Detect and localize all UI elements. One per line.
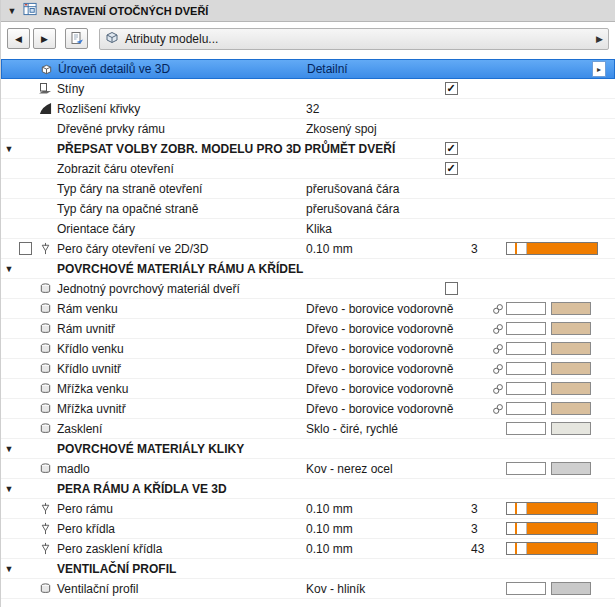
collapse-triangle-icon[interactable]: ▼ bbox=[1, 264, 17, 274]
param-row[interactable]: ZaskleníSklo - čiré, rychlé bbox=[1, 419, 615, 439]
material-swatch[interactable] bbox=[506, 342, 546, 355]
param-value[interactable]: 0.10 mm bbox=[306, 522, 439, 536]
param-row[interactable]: Rám uvnitřDřevo - borovice vodorovně bbox=[1, 319, 615, 339]
param-value[interactable]: 0.10 mm bbox=[306, 542, 439, 556]
transfer-settings-button[interactable] bbox=[65, 28, 88, 49]
param-value[interactable]: Kov - hliník bbox=[306, 582, 439, 596]
collapse-triangle-icon[interactable]: ▼ bbox=[1, 444, 17, 454]
material-swatch[interactable] bbox=[551, 422, 591, 435]
collapse-triangle-icon[interactable]: ▼ bbox=[7, 6, 17, 16]
param-row[interactable]: Rozlišení křivky32 bbox=[1, 99, 615, 119]
checkbox[interactable] bbox=[445, 282, 458, 295]
param-value[interactable]: přerušovaná čára bbox=[306, 202, 439, 216]
material-swatch[interactable] bbox=[551, 302, 591, 315]
checkbox[interactable]: ✓ bbox=[445, 142, 458, 155]
param-label: Křídlo uvnitř bbox=[57, 362, 306, 376]
param-row[interactable]: Křídlo uvnitřDřevo - borovice vodorovně bbox=[1, 359, 615, 379]
param-value[interactable]: Dřevo - borovice vodorovně bbox=[306, 342, 439, 356]
material-swatch[interactable] bbox=[551, 322, 591, 335]
pen-color-swatch[interactable] bbox=[506, 502, 598, 515]
param-value[interactable]: Dřevo - borovice vodorovně bbox=[306, 362, 439, 376]
material-swatch[interactable] bbox=[551, 342, 591, 355]
param-row[interactable]: Mřížka uvnitřDřevo - borovice vodorovně bbox=[1, 399, 615, 419]
section-row[interactable]: ▼PERA RÁMU A KŘÍDLA VE 3D bbox=[1, 479, 615, 499]
param-value[interactable]: 32 bbox=[306, 102, 439, 116]
param-label: Typ čáry na straně otevření bbox=[57, 182, 306, 196]
section-row[interactable]: ▼POVRCHOVÉ MATERIÁLY KLIKY bbox=[1, 439, 615, 459]
param-row[interactable]: Úroveň detailů ve 3DDetailní▸ bbox=[1, 59, 615, 79]
model-attributes-banner[interactable]: Atributy modelu... ▶ bbox=[99, 28, 609, 50]
collapse-triangle-icon[interactable]: ▼ bbox=[1, 144, 17, 154]
param-value[interactable]: přerušovaná čára bbox=[306, 182, 439, 196]
right-arrow-icon[interactable]: ▶ bbox=[596, 34, 603, 44]
material-swatch[interactable] bbox=[551, 402, 591, 415]
param-row[interactable]: Typ čáry na straně otevřenípřerušovaná č… bbox=[1, 179, 615, 199]
section-row[interactable]: ▼PŘEPSAT VOLBY ZOBR. MODELU PRO 3D PRŮMĚ… bbox=[1, 139, 615, 159]
param-row[interactable]: Pero křídla0.10 mm3 bbox=[1, 519, 615, 539]
param-value[interactable]: Kov - nerez ocel bbox=[306, 462, 439, 476]
param-row[interactable]: Mřížka venkuDřevo - borovice vodorovně bbox=[1, 379, 615, 399]
param-row[interactable]: Pero zasklení křídla0.10 mm43 bbox=[1, 539, 615, 559]
checkbox[interactable]: ✓ bbox=[445, 82, 458, 95]
param-row[interactable]: madloKov - nerez ocel bbox=[1, 459, 615, 479]
attribute-link-icon[interactable] bbox=[489, 323, 506, 335]
material-swatch[interactable] bbox=[551, 382, 591, 395]
attribute-link-icon[interactable] bbox=[489, 383, 506, 395]
param-row[interactable]: Stíny✓ bbox=[1, 79, 615, 99]
collapse-triangle-icon[interactable]: ▼ bbox=[1, 484, 17, 494]
checkbox[interactable] bbox=[19, 242, 32, 255]
material-swatch[interactable] bbox=[506, 362, 546, 375]
material-swatch[interactable] bbox=[506, 402, 546, 415]
param-row[interactable]: Dřevěné prvky rámuZkosený spoj bbox=[1, 119, 615, 139]
section-row[interactable]: ▼VENTILAČNÍ PROFIL bbox=[1, 559, 615, 579]
param-value[interactable]: 0.10 mm bbox=[306, 502, 439, 516]
param-row[interactable]: Pero rámu0.10 mm3 bbox=[1, 499, 615, 519]
pen-number[interactable]: 3 bbox=[463, 522, 489, 536]
param-value[interactable]: Dřevo - borovice vodorovně bbox=[306, 302, 439, 316]
collapse-triangle-icon[interactable]: ▼ bbox=[1, 564, 17, 574]
param-value[interactable]: Dřevo - borovice vodorovně bbox=[306, 322, 439, 336]
material-swatch[interactable] bbox=[551, 362, 591, 375]
panel-header[interactable]: ▼ NASTAVENÍ OTOČNÝCH DVEŘÍ bbox=[1, 0, 615, 22]
section-row[interactable]: ▼POVRCHOVÉ MATERIÁLY RÁMU A KŘÍDEL bbox=[1, 259, 615, 279]
value-dropdown-button[interactable]: ▸ bbox=[592, 61, 606, 77]
param-row[interactable]: Typ čáry na opačné straněpřerušovaná čár… bbox=[1, 199, 615, 219]
pen-color-fill bbox=[527, 543, 597, 554]
checkbox[interactable]: ✓ bbox=[445, 162, 458, 175]
material-swatch[interactable] bbox=[506, 322, 546, 335]
material-swatch[interactable] bbox=[506, 302, 546, 315]
pen-color-swatch[interactable] bbox=[506, 542, 598, 555]
pen-color-swatch[interactable] bbox=[506, 522, 598, 535]
param-row[interactable]: Zobrazit čáru otevření✓ bbox=[1, 159, 615, 179]
param-value[interactable]: Dřevo - borovice vodorovně bbox=[306, 382, 439, 396]
pen-number[interactable]: 3 bbox=[463, 242, 489, 256]
material-swatch[interactable] bbox=[506, 462, 546, 475]
param-value[interactable]: Sklo - čiré, rychlé bbox=[306, 422, 439, 436]
previous-button[interactable]: ◀ bbox=[7, 28, 30, 49]
pen-number[interactable]: 43 bbox=[463, 542, 489, 556]
param-row[interactable]: Orientace čáryKlika bbox=[1, 219, 615, 239]
param-row[interactable]: Jednotný povrchový materiál dveří bbox=[1, 279, 615, 299]
material-swatch[interactable] bbox=[506, 422, 546, 435]
param-row[interactable]: Křídlo venkuDřevo - borovice vodorovně bbox=[1, 339, 615, 359]
material-swatch[interactable] bbox=[551, 462, 591, 475]
attribute-link-icon[interactable] bbox=[489, 343, 506, 355]
param-value[interactable]: Zkosený spoj bbox=[306, 122, 439, 136]
pen-color-swatch[interactable] bbox=[506, 242, 598, 255]
param-value[interactable]: Klika bbox=[306, 222, 439, 236]
material-swatch[interactable] bbox=[551, 582, 591, 595]
param-row[interactable]: Ventilační profilKov - hliník bbox=[1, 579, 615, 599]
param-value[interactable]: Detailní bbox=[307, 62, 440, 76]
attribute-link-icon[interactable] bbox=[489, 363, 506, 375]
param-value[interactable]: 0.10 mm bbox=[306, 242, 439, 256]
next-button[interactable]: ▶ bbox=[33, 28, 56, 49]
material-icon bbox=[33, 342, 57, 355]
pen-number[interactable]: 3 bbox=[463, 502, 489, 516]
param-value[interactable]: Dřevo - borovice vodorovně bbox=[306, 402, 439, 416]
material-swatch[interactable] bbox=[506, 382, 546, 395]
param-row[interactable]: Pero čáry otevření ve 2D/3D0.10 mm3 bbox=[1, 239, 615, 259]
material-swatch[interactable] bbox=[506, 582, 546, 595]
attribute-link-icon[interactable] bbox=[489, 303, 506, 315]
param-row[interactable]: Rám venkuDřevo - borovice vodorovně bbox=[1, 299, 615, 319]
attribute-link-icon[interactable] bbox=[489, 403, 506, 415]
